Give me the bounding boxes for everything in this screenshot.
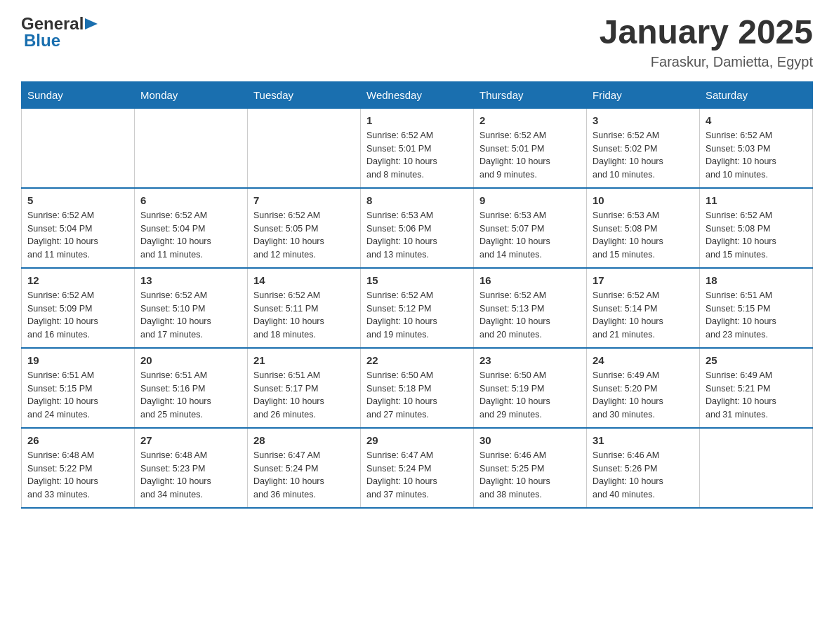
header-saturday: Saturday: [700, 81, 813, 108]
calendar-cell: 17Sunrise: 6:52 AMSunset: 5:14 PMDayligh…: [587, 268, 700, 348]
day-number: 26: [27, 434, 128, 446]
month-title: January 2025: [600, 14, 813, 51]
day-number: 27: [140, 434, 241, 446]
calendar-cell: 29Sunrise: 6:47 AMSunset: 5:24 PMDayligh…: [361, 428, 474, 508]
calendar-cell: 1Sunrise: 6:52 AMSunset: 5:01 PMDaylight…: [361, 108, 474, 188]
calendar-cell: 21Sunrise: 6:51 AMSunset: 5:17 PMDayligh…: [248, 348, 361, 428]
calendar-cell: 16Sunrise: 6:52 AMSunset: 5:13 PMDayligh…: [474, 268, 587, 348]
location-title: Faraskur, Damietta, Egypt: [600, 54, 813, 70]
day-info: Sunrise: 6:48 AMSunset: 5:22 PMDaylight:…: [27, 449, 128, 502]
calendar-cell: 18Sunrise: 6:51 AMSunset: 5:15 PMDayligh…: [700, 268, 813, 348]
day-number: 3: [593, 114, 694, 126]
logo-blue-text: Blue: [24, 31, 60, 51]
day-number: 17: [593, 274, 694, 286]
header-friday: Friday: [587, 81, 700, 108]
calendar-cell: [248, 108, 361, 188]
day-number: 12: [27, 274, 128, 286]
day-info: Sunrise: 6:52 AMSunset: 5:04 PMDaylight:…: [27, 209, 128, 262]
day-number: 15: [366, 274, 468, 286]
calendar-cell: 14Sunrise: 6:52 AMSunset: 5:11 PMDayligh…: [248, 268, 361, 348]
calendar-cell: 31Sunrise: 6:46 AMSunset: 5:26 PMDayligh…: [587, 428, 700, 508]
svg-marker-0: [85, 18, 98, 29]
day-info: Sunrise: 6:48 AMSunset: 5:23 PMDaylight:…: [140, 449, 241, 502]
calendar-cell: 20Sunrise: 6:51 AMSunset: 5:16 PMDayligh…: [135, 348, 248, 428]
calendar-cell: 7Sunrise: 6:52 AMSunset: 5:05 PMDaylight…: [248, 188, 361, 268]
day-info: Sunrise: 6:46 AMSunset: 5:25 PMDaylight:…: [479, 449, 581, 502]
calendar-cell: 2Sunrise: 6:52 AMSunset: 5:01 PMDaylight…: [474, 108, 587, 188]
day-number: 24: [593, 354, 694, 366]
calendar-header-row: SundayMondayTuesdayWednesdayThursdayFrid…: [22, 81, 813, 108]
day-number: 28: [253, 434, 355, 446]
day-info: Sunrise: 6:53 AMSunset: 5:07 PMDaylight:…: [479, 209, 581, 262]
day-info: Sunrise: 6:52 AMSunset: 5:12 PMDaylight:…: [366, 289, 468, 342]
logo-triangle-icon: [85, 15, 100, 31]
week-row-1: 1Sunrise: 6:52 AMSunset: 5:01 PMDaylight…: [22, 108, 813, 188]
day-info: Sunrise: 6:51 AMSunset: 5:17 PMDaylight:…: [253, 369, 355, 422]
header-monday: Monday: [135, 81, 248, 108]
calendar-cell: 13Sunrise: 6:52 AMSunset: 5:10 PMDayligh…: [135, 268, 248, 348]
calendar-cell: 28Sunrise: 6:47 AMSunset: 5:24 PMDayligh…: [248, 428, 361, 508]
calendar-cell: 3Sunrise: 6:52 AMSunset: 5:02 PMDaylight…: [587, 108, 700, 188]
calendar-cell: [135, 108, 248, 188]
day-info: Sunrise: 6:52 AMSunset: 5:01 PMDaylight:…: [479, 129, 581, 182]
calendar-cell: 4Sunrise: 6:52 AMSunset: 5:03 PMDaylight…: [700, 108, 813, 188]
header-thursday: Thursday: [474, 81, 587, 108]
calendar-cell: 25Sunrise: 6:49 AMSunset: 5:21 PMDayligh…: [700, 348, 813, 428]
day-info: Sunrise: 6:53 AMSunset: 5:06 PMDaylight:…: [366, 209, 468, 262]
calendar-cell: 9Sunrise: 6:53 AMSunset: 5:07 PMDaylight…: [474, 188, 587, 268]
calendar-cell: 11Sunrise: 6:52 AMSunset: 5:08 PMDayligh…: [700, 188, 813, 268]
day-info: Sunrise: 6:50 AMSunset: 5:19 PMDaylight:…: [479, 369, 581, 422]
day-number: 29: [366, 434, 468, 446]
day-number: 31: [593, 434, 694, 446]
calendar-cell: 10Sunrise: 6:53 AMSunset: 5:08 PMDayligh…: [587, 188, 700, 268]
calendar-cell: 23Sunrise: 6:50 AMSunset: 5:19 PMDayligh…: [474, 348, 587, 428]
page-header: General Blue January 2025 Faraskur, Dami…: [21, 14, 813, 70]
day-info: Sunrise: 6:52 AMSunset: 5:08 PMDaylight:…: [706, 209, 807, 262]
logo: General Blue: [21, 14, 100, 51]
calendar-cell: 19Sunrise: 6:51 AMSunset: 5:15 PMDayligh…: [22, 348, 135, 428]
day-number: 11: [706, 194, 807, 206]
day-number: 4: [706, 114, 807, 126]
day-info: Sunrise: 6:49 AMSunset: 5:21 PMDaylight:…: [706, 369, 807, 422]
day-number: 23: [479, 354, 581, 366]
day-info: Sunrise: 6:51 AMSunset: 5:15 PMDaylight:…: [706, 289, 807, 342]
calendar-cell: 5Sunrise: 6:52 AMSunset: 5:04 PMDaylight…: [22, 188, 135, 268]
week-row-4: 19Sunrise: 6:51 AMSunset: 5:15 PMDayligh…: [22, 348, 813, 428]
calendar-cell: 30Sunrise: 6:46 AMSunset: 5:25 PMDayligh…: [474, 428, 587, 508]
header-tuesday: Tuesday: [248, 81, 361, 108]
day-info: Sunrise: 6:52 AMSunset: 5:03 PMDaylight:…: [706, 129, 807, 182]
day-number: 16: [479, 274, 581, 286]
calendar-cell: 15Sunrise: 6:52 AMSunset: 5:12 PMDayligh…: [361, 268, 474, 348]
day-number: 6: [140, 194, 241, 206]
day-info: Sunrise: 6:52 AMSunset: 5:04 PMDaylight:…: [140, 209, 241, 262]
day-number: 25: [706, 354, 807, 366]
day-number: 5: [27, 194, 128, 206]
day-number: 9: [479, 194, 581, 206]
day-number: 1: [366, 114, 468, 126]
header-sunday: Sunday: [22, 81, 135, 108]
week-row-2: 5Sunrise: 6:52 AMSunset: 5:04 PMDaylight…: [22, 188, 813, 268]
day-number: 30: [479, 434, 581, 446]
day-info: Sunrise: 6:47 AMSunset: 5:24 PMDaylight:…: [366, 449, 468, 502]
day-number: 19: [27, 354, 128, 366]
day-info: Sunrise: 6:52 AMSunset: 5:02 PMDaylight:…: [593, 129, 694, 182]
day-number: 21: [253, 354, 355, 366]
day-number: 20: [140, 354, 241, 366]
day-info: Sunrise: 6:46 AMSunset: 5:26 PMDaylight:…: [593, 449, 694, 502]
calendar-table: SundayMondayTuesdayWednesdayThursdayFrid…: [21, 81, 813, 509]
day-info: Sunrise: 6:49 AMSunset: 5:20 PMDaylight:…: [593, 369, 694, 422]
day-info: Sunrise: 6:50 AMSunset: 5:18 PMDaylight:…: [366, 369, 468, 422]
day-info: Sunrise: 6:52 AMSunset: 5:13 PMDaylight:…: [479, 289, 581, 342]
header-wednesday: Wednesday: [361, 81, 474, 108]
day-number: 7: [253, 194, 355, 206]
calendar-cell: 26Sunrise: 6:48 AMSunset: 5:22 PMDayligh…: [22, 428, 135, 508]
day-number: 22: [366, 354, 468, 366]
day-number: 8: [366, 194, 468, 206]
week-row-5: 26Sunrise: 6:48 AMSunset: 5:22 PMDayligh…: [22, 428, 813, 508]
day-info: Sunrise: 6:47 AMSunset: 5:24 PMDaylight:…: [253, 449, 355, 502]
calendar-cell: 24Sunrise: 6:49 AMSunset: 5:20 PMDayligh…: [587, 348, 700, 428]
day-info: Sunrise: 6:52 AMSunset: 5:05 PMDaylight:…: [253, 209, 355, 262]
day-info: Sunrise: 6:51 AMSunset: 5:15 PMDaylight:…: [27, 369, 128, 422]
calendar-cell: [22, 108, 135, 188]
day-info: Sunrise: 6:53 AMSunset: 5:08 PMDaylight:…: [593, 209, 694, 262]
